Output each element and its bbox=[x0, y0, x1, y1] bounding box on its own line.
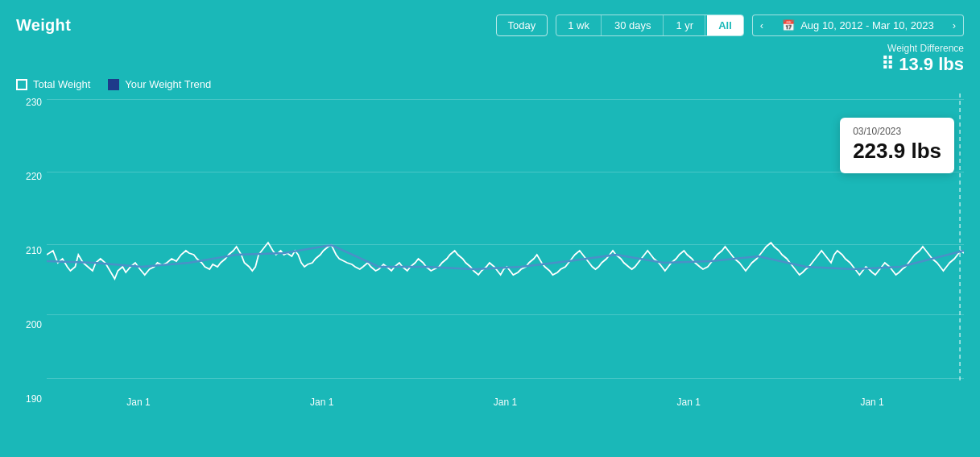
tooltip-value: 223.9 lbs bbox=[853, 139, 941, 164]
date-range-display[interactable]: 📅 Aug 10, 2012 - Mar 10, 2023 bbox=[771, 15, 945, 36]
legend-box-blue bbox=[108, 79, 119, 90]
date-range-nav: ‹ 📅 Aug 10, 2012 - Mar 10, 2023 › bbox=[752, 15, 964, 36]
tooltip: 03/10/2023 223.9 lbs bbox=[840, 118, 954, 173]
filter-all[interactable]: All bbox=[707, 15, 743, 35]
grid-line-1 bbox=[47, 99, 964, 100]
filter-today[interactable]: Today bbox=[496, 15, 548, 36]
y-label-210: 210 bbox=[16, 245, 47, 256]
y-label-200: 200 bbox=[16, 319, 47, 330]
x-label-4: Jan 1 bbox=[677, 397, 701, 408]
grid-line-4 bbox=[47, 314, 964, 315]
weight-diff-value: ⠿ 13.9 lbs bbox=[16, 54, 964, 75]
header-right: Today 1 wk 30 days 1 yr All ‹ 📅 Aug 10, … bbox=[496, 15, 964, 36]
y-label-220: 220 bbox=[16, 171, 47, 182]
x-label-5: Jan 1 bbox=[860, 397, 883, 408]
legend-trend-label: Your Weight Trend bbox=[125, 78, 211, 90]
legend-row: Total Weight Your Weight Trend bbox=[16, 78, 964, 90]
y-label-190: 190 bbox=[16, 393, 47, 405]
tooltip-date: 03/10/2023 bbox=[853, 126, 941, 137]
nav-prev-button[interactable]: ‹ bbox=[752, 15, 771, 36]
grid-line-5 bbox=[47, 378, 964, 379]
weight-diff-number: 13.9 lbs bbox=[899, 54, 964, 75]
calendar-icon: 📅 bbox=[782, 19, 795, 31]
chart-svg bbox=[47, 93, 964, 384]
x-label-2: Jan 1 bbox=[310, 397, 333, 408]
chart-inner: 03/10/2023 223.9 lbs bbox=[47, 93, 964, 384]
legend-total-weight: Total Weight bbox=[16, 78, 90, 90]
x-label-3: Jan 1 bbox=[494, 397, 517, 408]
legend-total-weight-label: Total Weight bbox=[33, 78, 90, 90]
filter-1wk[interactable]: 1 wk bbox=[556, 15, 602, 35]
legend-trend: Your Weight Trend bbox=[108, 78, 211, 90]
y-axis: 230 220 210 200 190 bbox=[16, 93, 47, 408]
weight-diff-icon: ⠿ bbox=[881, 54, 894, 75]
page-title: Weight bbox=[16, 16, 71, 35]
chart-area: 230 220 210 200 190 bbox=[16, 93, 964, 408]
grid-line-2 bbox=[47, 172, 964, 172]
weight-diff-block: Weight Difference ⠿ 13.9 lbs bbox=[16, 43, 964, 75]
filter-30days[interactable]: 30 days bbox=[603, 15, 664, 35]
grid-line-3 bbox=[47, 244, 964, 245]
x-label-1: Jan 1 bbox=[126, 397, 150, 408]
weight-diff-label: Weight Difference bbox=[16, 43, 964, 54]
y-label-230: 230 bbox=[16, 97, 47, 108]
legend-box-white bbox=[16, 79, 27, 90]
x-axis: Jan 1 Jan 1 Jan 1 Jan 1 Jan 1 bbox=[47, 384, 964, 408]
header-row: Weight Today 1 wk 30 days 1 yr All ‹ 📅 A… bbox=[16, 15, 964, 36]
date-range-text: Aug 10, 2012 - Mar 10, 2023 bbox=[800, 19, 934, 31]
filter-button-group: 1 wk 30 days 1 yr All bbox=[556, 15, 744, 36]
total-weight-line bbox=[47, 243, 964, 279]
nav-next-button[interactable]: › bbox=[945, 15, 964, 36]
main-container: Weight Today 1 wk 30 days 1 yr All ‹ 📅 A… bbox=[0, 0, 980, 457]
filter-1yr[interactable]: 1 yr bbox=[665, 15, 706, 35]
